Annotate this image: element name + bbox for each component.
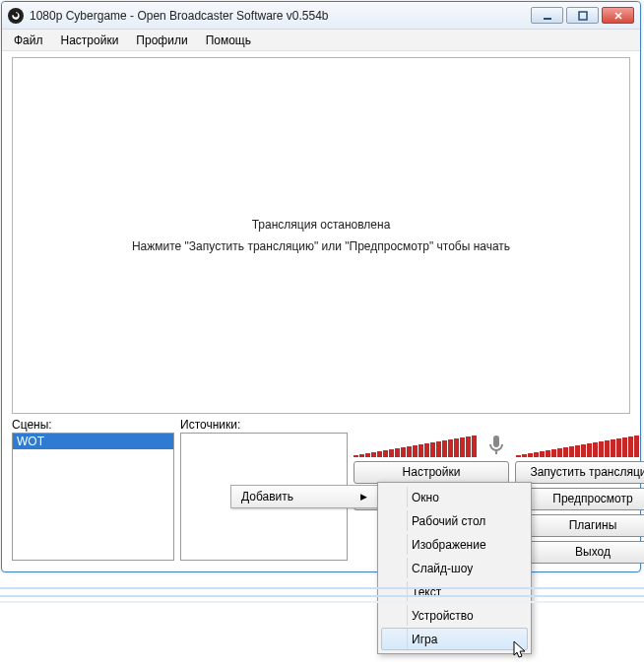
maximize-button[interactable] (566, 7, 599, 24)
context-add-item[interactable]: Добавить ▶ (230, 485, 378, 508)
menu-profiles[interactable]: Профили (128, 32, 195, 49)
window-title: 1080p Cybergame - Open Broadcaster Softw… (30, 9, 531, 23)
add-source-option[interactable]: Изображение (381, 533, 528, 556)
menu-settings[interactable]: Настройки (53, 32, 127, 49)
add-source-submenu[interactable]: ОкноРабочий столИзображениеСлайд-шоуТекс… (377, 482, 532, 654)
exit-button[interactable]: Выход (515, 541, 644, 564)
close-button[interactable] (602, 7, 634, 24)
speaker-meter (516, 430, 639, 457)
preview-hint: Нажмите "Запустить трансляцию" или "Пред… (132, 239, 510, 253)
scenes-column: Сцены: WOT (12, 418, 174, 564)
titlebar[interactable]: 1080p Cybergame - Open Broadcaster Softw… (2, 2, 640, 30)
menu-help[interactable]: Помощь (198, 32, 259, 49)
add-source-option[interactable]: Текст (381, 580, 528, 603)
window-controls (531, 7, 634, 24)
add-source-option[interactable]: Игра (381, 628, 528, 650)
menubar: Файл Настройки Профили Помощь (2, 30, 640, 51)
menu-file[interactable]: Файл (6, 32, 51, 49)
sources-label: Источники: (180, 418, 348, 432)
add-source-option[interactable]: Слайд-шоу (381, 557, 528, 579)
mic-meter (354, 430, 477, 457)
settings-button[interactable]: Настройки (354, 461, 509, 484)
preview-button[interactable]: Предпросмотр (515, 488, 644, 510)
cursor-icon (513, 640, 527, 660)
microphone-icon (484, 434, 508, 457)
add-source-option[interactable]: Окно (381, 486, 528, 508)
svg-rect-1 (544, 18, 551, 20)
scene-item[interactable]: WOT (13, 434, 173, 449)
svg-rect-2 (579, 12, 587, 20)
scenes-label: Сцены: (12, 418, 174, 432)
context-add-label: Добавить (241, 490, 293, 503)
audio-meters (354, 418, 644, 457)
obs-icon (8, 8, 24, 24)
submenu-arrow-icon: ▶ (360, 492, 367, 502)
add-source-option[interactable]: Рабочий стол (381, 509, 528, 532)
background-lines (0, 587, 644, 617)
add-source-option[interactable]: Устройство (381, 604, 528, 627)
minimize-button[interactable] (531, 7, 563, 24)
start-stream-button[interactable]: Запустить трансляцию (515, 461, 644, 484)
preview-status: Трансляция остановлена (252, 218, 391, 232)
scenes-listbox[interactable]: WOT (12, 433, 174, 561)
preview-area: Трансляция остановлена Нажмите "Запустит… (12, 57, 630, 414)
plugins-button[interactable]: Плагины (515, 514, 644, 537)
